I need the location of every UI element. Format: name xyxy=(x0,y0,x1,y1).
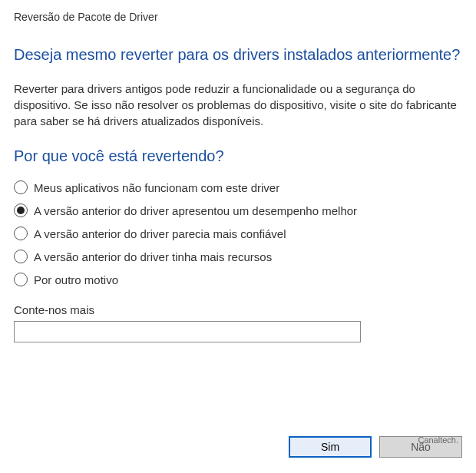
reason-option-more-reliable[interactable]: A versão anterior do driver parecia mais… xyxy=(14,227,462,240)
radio-icon xyxy=(14,227,28,240)
radio-icon xyxy=(14,203,28,217)
reason-label: Por outro motivo xyxy=(34,273,118,286)
reason-option-apps-not-working[interactable]: Meus aplicativos não funcionam com este … xyxy=(14,180,462,194)
tellmore-label: Conte-nos mais xyxy=(14,303,462,316)
reason-label: A versão anterior do driver apresentou u… xyxy=(34,204,357,217)
yes-button[interactable]: Sim xyxy=(289,436,372,458)
reason-label: Meus aplicativos não funcionam com este … xyxy=(34,181,279,194)
dialog-button-row: Sim Canaltech. Não xyxy=(289,436,462,458)
radio-icon xyxy=(14,273,28,286)
tellmore-input[interactable] xyxy=(14,321,361,342)
reason-option-other[interactable]: Por outro motivo xyxy=(14,273,462,286)
reason-label: A versão anterior do driver tinha mais r… xyxy=(34,250,272,263)
radio-icon xyxy=(14,180,28,194)
no-button-label: Não xyxy=(411,441,431,453)
main-heading: Deseja mesmo reverter para os drivers in… xyxy=(14,45,462,65)
reason-option-better-performance[interactable]: A versão anterior do driver apresentou u… xyxy=(14,203,462,217)
reason-option-more-features[interactable]: A versão anterior do driver tinha mais r… xyxy=(14,250,462,263)
window-title: Reversão de Pacote de Driver xyxy=(14,11,462,23)
no-button[interactable]: Canaltech. Não xyxy=(379,436,462,458)
radio-icon xyxy=(14,250,28,263)
reason-label: A versão anterior do driver parecia mais… xyxy=(34,227,286,240)
warning-text: Reverter para drivers antigos pode reduz… xyxy=(14,81,462,129)
reason-radio-group: Meus aplicativos não funcionam com este … xyxy=(14,180,462,286)
reason-subheading: Por que você está revertendo? xyxy=(14,147,462,165)
